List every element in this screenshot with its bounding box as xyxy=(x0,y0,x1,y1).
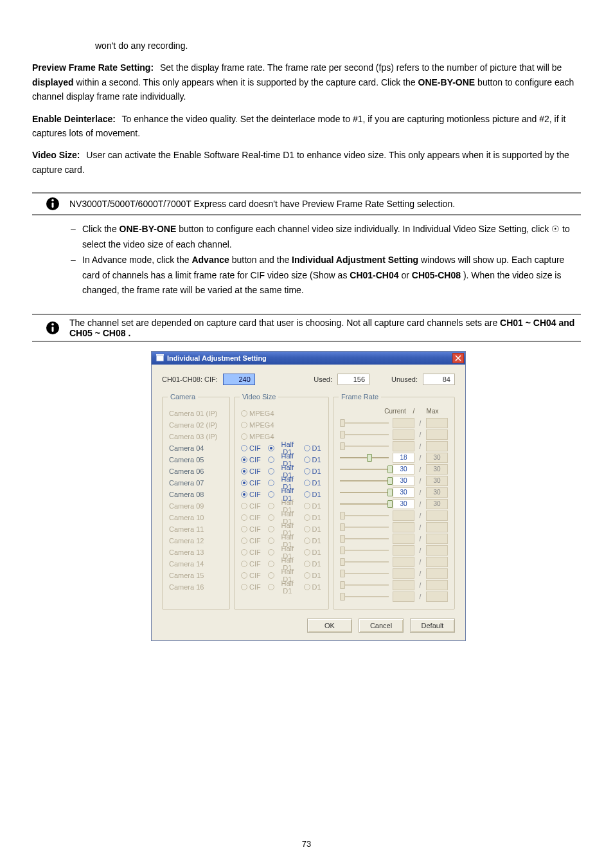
preview-frame-label: Preview Frame Rate Setting: xyxy=(32,62,154,73)
para2a: Set the display frame rate. The frame ra… xyxy=(160,62,562,73)
individual-adj-bold: Individual Adjustment Setting xyxy=(292,255,418,265)
video-size-option-d1: D1 xyxy=(304,514,322,521)
radio-icon xyxy=(241,503,247,509)
video-size-option-d1[interactable]: D1 xyxy=(304,467,322,475)
video-size-option-cif[interactable]: CIF xyxy=(241,467,263,475)
mpeg4-label: MPEG4 xyxy=(249,433,274,440)
camera-row: Camera 07 xyxy=(169,477,223,489)
cif-value[interactable]: 240 xyxy=(223,374,255,385)
video-size-option-d1: D1 xyxy=(304,537,322,545)
current-fps xyxy=(393,429,414,440)
video-size-option-d1: D1 xyxy=(304,572,322,579)
max-fps xyxy=(426,522,448,532)
deinterlace-label: Enable Deinterlace: xyxy=(32,114,116,124)
option-label: CIF xyxy=(249,444,261,452)
frame-rate-row: / xyxy=(340,579,448,591)
radio-icon xyxy=(268,538,274,544)
frame-rate-slider xyxy=(340,430,389,439)
video-size-option-cif[interactable]: CIF xyxy=(241,456,263,464)
video-size-text: User can activate the Enable Software Re… xyxy=(32,150,569,174)
current-fps xyxy=(393,592,414,602)
fps-separator: / xyxy=(418,478,422,485)
mpeg4-label: MPEG4 xyxy=(249,410,274,417)
radio-icon xyxy=(241,480,247,486)
radio-icon xyxy=(241,422,247,428)
fps-separator: / xyxy=(418,512,422,520)
frame-rate-row: 30/30 xyxy=(340,464,448,475)
frame-rate-slider[interactable] xyxy=(340,500,389,509)
video-size-option-cif[interactable]: CIF xyxy=(241,491,263,498)
radio-icon xyxy=(241,538,247,544)
dialog-titlebar: Individual Adjustment Setting xyxy=(152,352,465,365)
svg-rect-6 xyxy=(156,356,164,361)
video-size-option-d1[interactable]: D1 xyxy=(304,444,322,452)
frame-rate-row: 30/30 xyxy=(340,487,448,498)
radio-icon xyxy=(268,503,274,509)
default-button[interactable]: Default xyxy=(410,619,455,633)
camera-row: Camera 14 xyxy=(169,558,223,570)
onebyone-bold: ONE-BY-ONE xyxy=(418,77,475,87)
frame-rate-slider xyxy=(340,546,389,555)
video-size-option-d1: D1 xyxy=(304,525,322,533)
camera-row: Camera 08 xyxy=(169,489,223,500)
fps-separator: / xyxy=(418,524,422,531)
radio-icon xyxy=(304,468,310,475)
close-button[interactable] xyxy=(452,353,464,363)
frame-rate-slider[interactable] xyxy=(340,453,389,462)
radio-icon xyxy=(241,514,247,521)
used-label: Used: xyxy=(314,375,332,383)
option-label: D1 xyxy=(312,444,321,452)
video-size-option-d1[interactable]: D1 xyxy=(304,456,322,464)
fps-separator: / xyxy=(418,501,422,508)
slash-header: / xyxy=(412,408,416,415)
option-label: D1 xyxy=(312,467,321,475)
max-header: Max xyxy=(420,408,445,415)
radio-icon xyxy=(304,526,310,532)
cancel-button[interactable]: Cancel xyxy=(359,619,404,633)
video-size-option-half: Half D1 xyxy=(268,579,298,595)
frame-rate-row: / xyxy=(340,440,448,452)
video-size-option-cif: CIF xyxy=(241,583,263,591)
dash1a: Click the xyxy=(82,224,120,234)
current-fps xyxy=(393,534,414,544)
note-bar-2: The channel set are depended on capture … xyxy=(32,314,581,342)
video-size-option-d1[interactable]: D1 xyxy=(304,491,322,498)
video-size-option-cif[interactable]: CIF xyxy=(241,444,263,452)
option-label: CIF xyxy=(249,456,261,464)
individual-adjustment-dialog: Individual Adjustment Setting CH01-CH08:… xyxy=(151,351,466,641)
radio-icon xyxy=(304,549,310,556)
video-size-option-d1: D1 xyxy=(304,583,322,591)
fps-separator: / xyxy=(418,570,422,577)
radio-icon xyxy=(241,561,247,567)
frame-rate-slider[interactable] xyxy=(340,488,389,497)
video-size-row: MPEG4 xyxy=(241,408,322,419)
fps-separator: / xyxy=(418,582,422,589)
frame-rate-slider[interactable] xyxy=(340,465,389,474)
ok-button[interactable]: OK xyxy=(307,619,352,633)
option-label: D1 xyxy=(312,479,321,487)
advance-bold: Advance xyxy=(191,255,229,265)
chset-a: CH01-CH04 xyxy=(350,270,398,280)
radio-icon xyxy=(304,572,310,579)
radio-icon xyxy=(304,457,310,463)
radio-icon xyxy=(241,433,247,440)
video-size-label: Video Size: xyxy=(32,150,80,160)
frame-rate-slider xyxy=(340,534,389,543)
radio-icon xyxy=(268,526,274,532)
current-fps xyxy=(393,522,414,532)
option-label: CIF xyxy=(249,572,261,579)
video-size-option-cif[interactable]: CIF xyxy=(241,479,263,487)
cif-label: CH01-CH08: CIF: xyxy=(162,375,218,383)
used-value: 156 xyxy=(337,374,369,385)
frame-rate-slider[interactable] xyxy=(340,476,389,485)
current-fps xyxy=(393,580,414,590)
camera-group-title: Camera xyxy=(168,393,198,401)
current-fps xyxy=(393,545,414,556)
video-size-option-d1[interactable]: D1 xyxy=(304,479,322,487)
camera-row: Camera 15 xyxy=(169,570,223,581)
current-header: Current xyxy=(382,408,408,415)
radio-icon xyxy=(241,468,247,475)
video-size-option-cif: CIF xyxy=(241,525,263,533)
radio-icon xyxy=(241,584,247,590)
video-size-option-cif: CIF xyxy=(241,572,263,579)
